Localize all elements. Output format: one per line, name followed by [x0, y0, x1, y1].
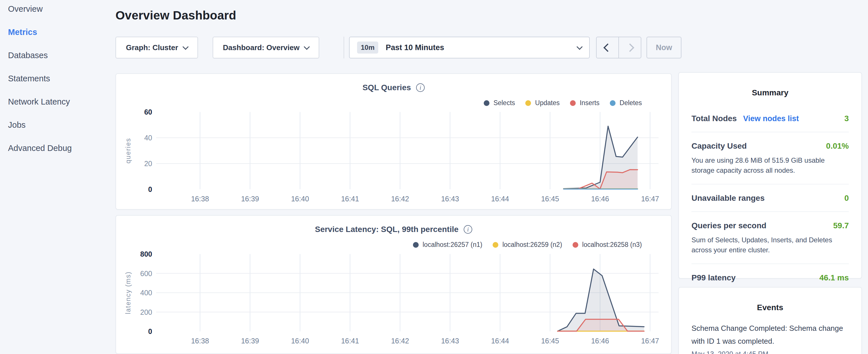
svg-text:40: 40 — [144, 134, 152, 142]
svg-text:16:47: 16:47 — [641, 337, 659, 345]
dashboard-dropdown-label: Dashboard: Overview — [223, 43, 300, 52]
graph-dropdown[interactable]: Graph: Cluster — [116, 37, 198, 58]
summary-row-label: P99 latency — [691, 273, 736, 282]
summary-row-total-nodes: Total Nodes View nodes list 3 — [691, 105, 849, 132]
svg-text:16:38: 16:38 — [191, 195, 209, 203]
summary-row-label: Queries per second — [691, 221, 766, 230]
summary-row-value: 46.1 ms — [819, 273, 849, 282]
svg-text:800: 800 — [140, 250, 152, 258]
svg-text:latency (ms): latency (ms) — [124, 271, 132, 314]
summary-row-label: Unavailable ranges — [691, 194, 765, 203]
summary-row-value: 59.7 — [833, 221, 849, 230]
chevron-right-icon — [626, 43, 634, 52]
events-panel: Events Schema Change Completed: Schema c… — [678, 287, 862, 354]
event-timestamp: May 13, 2020 at 4:45 PM — [691, 350, 849, 354]
now-button[interactable]: Now — [647, 37, 681, 58]
summary-title: Summary — [691, 88, 849, 97]
view-nodes-list-link[interactable]: View nodes list — [743, 114, 799, 123]
time-prev-button[interactable] — [597, 37, 619, 58]
dashboard-dropdown[interactable]: Dashboard: Overview — [213, 37, 319, 58]
sidebar-item-overview[interactable]: Overview — [0, 0, 115, 21]
svg-text:600: 600 — [140, 269, 152, 278]
svg-text:16:38: 16:38 — [191, 337, 209, 345]
sidebar: Overview Metrics Databases Statements Ne… — [0, 0, 115, 354]
summary-row-label: Total Nodes — [691, 114, 737, 123]
svg-text:16:41: 16:41 — [341, 195, 359, 203]
service-latency-plot: 16:3816:3916:4016:4116:4216:4316:4416:45… — [116, 216, 671, 353]
summary-row-value: 3 — [844, 114, 849, 123]
summary-row-description: You are using 28.6 MiB of 515.9 GiB usab… — [691, 155, 849, 175]
svg-text:16:43: 16:43 — [441, 195, 459, 203]
time-window-dropdown[interactable]: 10m Past 10 Minutes — [349, 37, 590, 58]
time-next-button[interactable] — [619, 37, 641, 58]
sidebar-item-advanced-debug[interactable]: Advanced Debug — [0, 137, 115, 160]
svg-text:16:42: 16:42 — [391, 195, 409, 203]
svg-text:16:47: 16:47 — [641, 195, 659, 203]
svg-text:20: 20 — [144, 160, 152, 167]
svg-text:16:46: 16:46 — [591, 195, 609, 203]
chevron-down-icon — [304, 43, 310, 50]
svg-text:16:41: 16:41 — [341, 337, 359, 345]
summary-row-unavailable-ranges: Unavailable ranges 0 — [691, 185, 849, 212]
summary-row-description: Sum of Selects, Updates, Inserts, and De… — [691, 235, 849, 255]
time-step-buttons — [596, 37, 641, 58]
svg-text:16:45: 16:45 — [541, 195, 559, 203]
summary-panel: Summary Total Nodes View nodes list 3 Ca… — [678, 72, 862, 279]
svg-text:200: 200 — [140, 308, 152, 316]
page-title: Overview Dashboard — [116, 9, 236, 22]
summary-row-label: Capacity Used — [691, 141, 747, 151]
time-window-badge: 10m — [357, 41, 378, 54]
svg-text:0: 0 — [148, 327, 152, 335]
svg-text:queries: queries — [124, 138, 132, 163]
svg-text:60: 60 — [144, 108, 152, 116]
events-title: Events — [691, 303, 849, 312]
svg-text:16:44: 16:44 — [491, 195, 509, 203]
summary-row-value: 0.01% — [826, 141, 849, 151]
svg-text:16:40: 16:40 — [291, 195, 309, 203]
svg-text:16:39: 16:39 — [241, 195, 259, 203]
sidebar-item-network-latency[interactable]: Network Latency — [0, 90, 115, 114]
event-item: Schema Change Completed: Schema change w… — [691, 322, 849, 354]
event-message: Schema Change Completed: Schema change w… — [691, 322, 849, 348]
summary-row-queries-per-second: Queries per second 59.7 Sum of Selects, … — [691, 212, 849, 264]
time-window-label: Past 10 Minutes — [386, 43, 444, 52]
chevron-down-icon — [182, 43, 188, 50]
svg-text:400: 400 — [140, 289, 152, 297]
summary-row-capacity-used: Capacity Used 0.01% You are using 28.6 M… — [691, 132, 849, 185]
sql-queries-plot: 16:3816:3916:4016:4116:4216:4316:4416:45… — [116, 74, 671, 209]
chevron-down-icon — [577, 43, 583, 50]
svg-text:16:40: 16:40 — [291, 337, 309, 345]
sidebar-item-statements[interactable]: Statements — [0, 67, 115, 90]
sidebar-item-databases[interactable]: Databases — [0, 44, 115, 67]
sql-queries-chart-card: SQL Queries i SelectsUpdatesInsertsDelet… — [116, 73, 672, 210]
chevron-left-icon — [603, 43, 612, 52]
svg-text:0: 0 — [148, 185, 152, 193]
controls-divider — [344, 37, 344, 58]
service-latency-chart-card: Service Latency: SQL, 99th percentile i … — [116, 215, 672, 354]
svg-text:16:39: 16:39 — [241, 337, 259, 345]
sidebar-nav: Overview Metrics Databases Statements Ne… — [0, 0, 115, 160]
svg-text:16:45: 16:45 — [541, 337, 559, 345]
summary-row-value: 0 — [844, 194, 849, 203]
graph-dropdown-label: Graph: Cluster — [126, 43, 178, 52]
svg-text:16:42: 16:42 — [391, 337, 409, 345]
svg-text:16:44: 16:44 — [491, 337, 509, 345]
sidebar-item-metrics[interactable]: Metrics — [0, 21, 115, 44]
sidebar-item-jobs[interactable]: Jobs — [0, 114, 115, 137]
svg-text:16:46: 16:46 — [591, 337, 609, 345]
svg-text:16:43: 16:43 — [441, 337, 459, 345]
